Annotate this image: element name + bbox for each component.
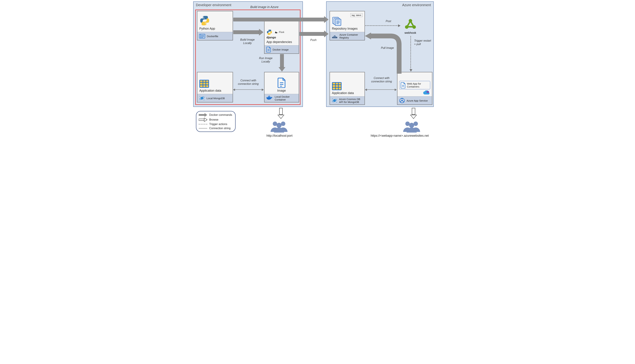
file-icon — [400, 82, 406, 88]
application-data-azure-footer: Azure Cosmos DB API for MongoDB — [339, 98, 363, 104]
legend-trigger-actions: Trigger actions — [199, 123, 232, 126]
legend-docker-commands: Docker commands — [199, 113, 232, 117]
svg-point-12 — [200, 97, 203, 99]
web-app-inner-box: Web App for Containers — [399, 81, 430, 90]
image-local-card: Image Local Docker Container — [264, 72, 299, 102]
svg-marker-64 — [204, 113, 207, 117]
svg-point-54 — [400, 101, 401, 102]
image-local-title: Image — [277, 89, 286, 92]
cosmos-icon — [332, 98, 338, 104]
container-registry-icon — [332, 34, 338, 39]
svg-point-37 — [405, 25, 408, 29]
label-post: Post — [383, 20, 394, 23]
arrow-browse-azure — [410, 108, 417, 119]
cosmos-icon — [199, 95, 205, 101]
python-icon — [266, 29, 272, 35]
svg-point-53 — [401, 98, 402, 99]
grid-icon — [200, 80, 209, 88]
svg-rect-34 — [334, 36, 335, 38]
svg-point-62 — [409, 123, 414, 128]
app-dependencies-title: App dependencies — [266, 40, 292, 44]
label-trigger-restart: Trigger restart + pull — [414, 39, 431, 46]
image-local-footer: Local Docker Container — [275, 95, 297, 101]
legend-box: Docker commands Browse Trigger actions C… — [196, 111, 236, 132]
users-local-icon — [270, 120, 288, 133]
arrow-push — [300, 30, 328, 37]
svg-point-15 — [204, 100, 204, 100]
svg-rect-50 — [426, 91, 429, 93]
svg-marker-56 — [365, 32, 371, 40]
svg-point-36 — [408, 19, 412, 22]
repository-images-title: Repository Images — [332, 27, 358, 30]
python-app-title: Python App — [200, 27, 215, 30]
label-pull-image: Pull Image — [380, 46, 394, 50]
application-data-azure-title: Application data — [332, 91, 354, 95]
docker-icon — [266, 96, 273, 101]
label-build-image-in-azure: Build image in Azure — [247, 5, 282, 9]
arrow-build-image-in-azure — [233, 16, 328, 23]
app-dependencies-card: Flask django App dependencies Docker Ima… — [264, 21, 299, 54]
grid-icon — [332, 82, 342, 90]
arrow-build-image-locally — [233, 29, 264, 36]
svg-point-57 — [273, 122, 277, 126]
svg-point-59 — [276, 123, 282, 128]
svg-rect-23 — [268, 96, 268, 97]
stacked-files-icon — [332, 16, 342, 26]
users-azure-icon — [402, 120, 421, 133]
svg-rect-26 — [269, 96, 270, 96]
flask-label: Flask — [279, 31, 284, 34]
svg-point-47 — [336, 102, 337, 102]
application-data-local-footer: Local MongoDB — [206, 97, 225, 100]
python-app-card: Python App Dockerfile — [197, 11, 233, 40]
legend-connection-string: Connection string — [199, 127, 232, 130]
webhook-box: webhook — [403, 18, 418, 34]
repository-images-footer: Azure Container Registry — [340, 33, 363, 39]
blueprint-icon — [199, 34, 205, 39]
application-data-local-card: Application data Local MongoDB — [197, 72, 233, 102]
arrow-browse-local — [278, 108, 284, 119]
svg-rect-33 — [333, 36, 334, 38]
label-connect-local: Connect with connection string — [234, 79, 263, 86]
cloud-icon — [422, 90, 430, 96]
svg-point-61 — [414, 122, 418, 126]
web-app-footer: Azure App Service — [407, 99, 428, 102]
label-build-image-locally: Build Image Locally — [238, 38, 257, 45]
azure-environment-title: Azure environment — [329, 3, 431, 7]
app-service-icon — [399, 98, 405, 104]
label-connect-azure: Connect with connection string — [368, 76, 395, 83]
svg-rect-63 — [199, 114, 204, 116]
web-app-inner-label: Web App for Containers — [407, 82, 421, 88]
arrow-connect-azure — [365, 90, 396, 90]
svg-point-52 — [401, 100, 403, 102]
url-azure: https://<webapp-name>.azurewebsites.net — [366, 134, 434, 138]
application-data-azure-card: Application data Azure Cosmos DB API for… — [330, 72, 365, 105]
svg-point-55 — [403, 101, 404, 102]
webhook-label: webhook — [403, 31, 418, 34]
svg-point-58 — [281, 122, 286, 126]
svg-point-60 — [405, 122, 410, 126]
svg-rect-7 — [200, 80, 208, 88]
web-app-card: Web App for Containers Azure App Service — [397, 72, 432, 105]
url-local: http://localhost:port — [262, 134, 297, 138]
svg-rect-25 — [270, 96, 270, 97]
python-app-footer: Dockerfile — [207, 35, 218, 38]
python-icon — [200, 15, 210, 26]
application-data-local-title: Application data — [200, 89, 221, 92]
label-push: Push — [306, 38, 320, 42]
svg-marker-66 — [204, 118, 207, 122]
arrow-pull-image — [363, 31, 402, 76]
app-dependencies-footer: Docker Image — [273, 48, 289, 51]
tag-latest-box: tag: latest — [350, 13, 362, 17]
arrow-post — [365, 25, 400, 26]
svg-rect-24 — [269, 96, 270, 97]
svg-point-14 — [200, 96, 200, 96]
arrow-trigger-restart — [410, 36, 411, 71]
django-label: django — [266, 36, 276, 39]
file-icon — [277, 78, 286, 88]
svg-rect-39 — [332, 82, 341, 90]
flask-icon: Flask — [274, 30, 284, 34]
svg-point-46 — [332, 98, 333, 99]
arrow-run-image-locally — [278, 54, 286, 72]
webhook-icon — [403, 18, 418, 30]
file-icon — [266, 46, 271, 52]
